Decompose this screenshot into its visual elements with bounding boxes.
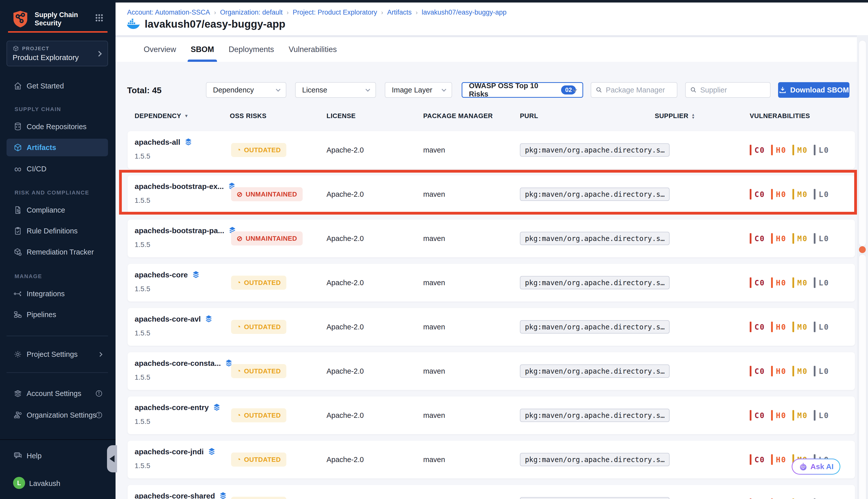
sidebar-item-remediation-tracker[interactable]: Remediation Tracker	[0, 243, 115, 260]
column-header-oss-risks[interactable]: OSS RISKS	[230, 112, 266, 120]
app-logo[interactable]: Supply Chain Security	[12, 10, 78, 28]
table-row[interactable]: apacheds-core-jndi 1.5.5 ◔ OUTDATED Apac…	[127, 441, 855, 478]
table-row[interactable]: apacheds-bootstrap-ex... 1.5.5 ⊘ UNMAINT…	[127, 175, 855, 213]
project-selector[interactable]: PROJECT Product Exploratory	[7, 41, 108, 66]
vertical-scrollbar[interactable]	[857, 35, 868, 499]
project-kicker-label: PROJECT	[22, 46, 49, 51]
breadcrumb-artifacts[interactable]: Artifacts	[387, 9, 412, 16]
vuln-count-critical: C0	[750, 321, 765, 332]
column-header-vulnerabilities[interactable]: VULNERABILITIES	[750, 112, 810, 120]
vuln-count-low: L0	[814, 321, 829, 332]
org-chart-icon	[13, 411, 23, 419]
purl-chip[interactable]: pkg:maven/org.apache.directory.s…	[520, 409, 670, 422]
tab-sbom[interactable]: SBOM	[191, 37, 214, 62]
tab-overview[interactable]: Overview	[144, 37, 176, 62]
sidebar-item-pipelines[interactable]: Pipelines	[0, 306, 115, 323]
risk-status-label: OUTDATED	[244, 456, 281, 464]
risk-status-icon: ⊘	[237, 234, 243, 243]
download-sbom-button[interactable]: Download SBOM	[778, 82, 850, 98]
purl-chip[interactable]: pkg:maven/org.apache.directory.s…	[520, 453, 670, 466]
sidebar-item-compliance[interactable]: Compliance	[0, 202, 115, 219]
oss-risk-badge: ◔ OUTDATED	[231, 408, 286, 422]
table-header: DEPENDENCY▼ OSS RISKS LICENSE PACKAGE MA…	[115, 112, 868, 121]
tab-vulnerabilities[interactable]: Vulnerabilities	[288, 37, 337, 62]
divider	[0, 439, 115, 440]
breadcrumb-separator: ›	[381, 9, 383, 16]
tab-deployments[interactable]: Deployments	[228, 37, 274, 62]
sidebar-item-account-settings[interactable]: Account Settings	[0, 385, 115, 402]
license-filter-dropdown[interactable]: License	[295, 82, 376, 98]
table-row[interactable]: apacheds-core 1.5.5 ◔ OUTDATED Apache-2.…	[127, 264, 855, 302]
column-header-license[interactable]: LICENSE	[326, 112, 356, 120]
purl-chip[interactable]: pkg:maven/org.apache.directory.s…	[520, 320, 670, 334]
sidebar-item-integrations[interactable]: Integrations	[0, 285, 115, 302]
dependency-name: apacheds-core	[135, 271, 188, 279]
package-manager-search-input[interactable]	[606, 86, 672, 94]
scrollbar-thumb[interactable]	[859, 254, 866, 499]
sidebar-item-project-settings[interactable]: Project Settings	[0, 346, 115, 363]
total-count: Total: 45	[127, 85, 161, 95]
table-row[interactable]: apacheds-all 1.5.5 ◔ OUTDATED Apache-2.0…	[127, 131, 855, 169]
dependency-version: 1.5.5	[135, 152, 193, 160]
oss-risk-cell: ◔ OUTDATED	[231, 452, 286, 466]
sidebar-item-help[interactable]: ? Help	[0, 447, 115, 464]
package-manager-value: maven	[423, 190, 445, 198]
column-header-package-manager[interactable]: PACKAGE MANAGER	[423, 112, 493, 120]
vuln-count-medium: M0	[792, 233, 808, 244]
user-avatar[interactable]: L	[13, 477, 25, 489]
table-row[interactable]: apacheds-core-consta... 1.5.5 ◔ OUTDATED…	[127, 352, 855, 390]
dependency-cell: apacheds-core-consta... 1.5.5	[135, 359, 233, 381]
dependency-version: 1.5.5	[135, 329, 213, 337]
sidebar-item-artifacts[interactable]: Artifacts	[0, 139, 115, 156]
purl-chip[interactable]: pkg:maven/org.apache.directory.s…	[520, 276, 670, 290]
purl-chip[interactable]: pkg:maven/org.apache.directory.s…	[520, 232, 670, 245]
owasp-risks-filter-dropdown[interactable]: OWASP OSS Top 10 Risks 02	[462, 82, 583, 98]
module-grid-icon[interactable]	[95, 14, 103, 22]
purl-chip[interactable]: pkg:maven/org.apache.directory.s…	[520, 188, 670, 201]
package-manager-value: maven	[423, 367, 445, 375]
sidebar-collapse-handle[interactable]	[107, 445, 117, 472]
purl-cell: pkg:maven/org.apache.directory.s…	[520, 320, 670, 334]
dependency-name: apacheds-bootstrap-pa...	[135, 227, 224, 235]
package-manager-value: maven	[423, 323, 445, 331]
column-header-purl[interactable]: PURL	[520, 112, 538, 120]
oss-risk-cell: ◔ OUTDATED	[231, 408, 286, 422]
table-row[interactable]: apacheds-core-avl 1.5.5 ◔ OUTDATED Apach…	[127, 308, 855, 346]
purl-chip[interactable]: pkg:maven/org.apache.directory.s…	[520, 144, 670, 157]
purl-chip[interactable]: pkg:maven/org.apache.directory.s…	[520, 497, 670, 499]
section-manage: MANAGE	[15, 273, 42, 280]
dependency-filter-dropdown[interactable]: Dependency	[206, 82, 286, 98]
breadcrumb-organization[interactable]: Organization: default	[220, 9, 283, 16]
purl-chip[interactable]: pkg:maven/org.apache.directory.s…	[520, 365, 670, 378]
user-name[interactable]: Lavakush	[29, 479, 60, 488]
oss-risk-badge: ◔ OUTDATED	[231, 364, 286, 378]
dependency-name: apacheds-core-jndi	[135, 448, 204, 456]
sidebar-item-get-started[interactable]: Get Started	[0, 77, 115, 95]
breadcrumb-artifact-name[interactable]: lavakush07/easy-buggy-app	[422, 9, 507, 16]
table-row[interactable]: apacheds-core-shared 1.5.5 ◔ OUTDATED Ap…	[127, 485, 855, 499]
breadcrumb-project[interactable]: Project: Product Exploratory	[293, 9, 377, 16]
oss-risk-cell: ⊘ UNMAINTAINED	[231, 231, 303, 245]
sidebar-item-organization-settings[interactable]: Organization Settings	[0, 406, 115, 424]
scrollbar-thumb[interactable]	[859, 40, 866, 246]
image-layer-filter-dropdown[interactable]: Image Layer	[385, 82, 452, 98]
sidebar-item-rule-definitions[interactable]: Rule Definitions	[0, 222, 115, 240]
vuln-count-low: L0	[814, 277, 829, 288]
robot-icon	[798, 462, 808, 471]
column-header-supplier[interactable]: SUPPLIER▲▼	[655, 112, 695, 120]
oss-risk-cell: ◔ OUTDATED	[231, 143, 286, 157]
divider	[115, 35, 868, 37]
vulnerability-counts: C0H0M0L0	[750, 189, 829, 199]
sidebar-item-cicd[interactable]: ∞ CI/CD	[0, 160, 115, 178]
ask-ai-button[interactable]: Ask AI	[792, 459, 840, 475]
purl-cell: pkg:maven/org.apache.directory.s…	[520, 453, 670, 466]
breadcrumb-account[interactable]: Account: Automation-SSCA	[127, 9, 210, 16]
supplier-search-input[interactable]	[700, 86, 766, 94]
dependency-version: 1.5.5	[135, 241, 237, 249]
breadcrumb-separator: ›	[214, 9, 216, 16]
sidebar-item-code-repositories[interactable]: Code Repositories	[0, 118, 115, 135]
column-header-dependency[interactable]: DEPENDENCY▼	[135, 112, 189, 120]
table-row[interactable]: apacheds-core-entry 1.5.5 ◔ OUTDATED Apa…	[127, 397, 855, 434]
table-row[interactable]: apacheds-bootstrap-pa... 1.5.5 ⊘ UNMAINT…	[127, 220, 855, 257]
risk-status-icon: ⊘	[237, 190, 243, 198]
